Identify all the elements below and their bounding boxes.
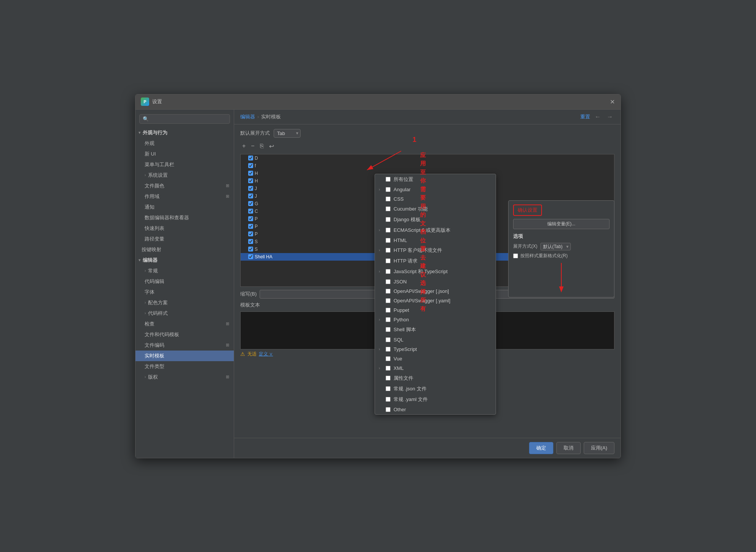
dropdown-checkbox-http-client[interactable] xyxy=(386,248,391,253)
define-link[interactable]: 定义 ∨ xyxy=(259,351,273,357)
dropdown-item-ecmascript[interactable]: › ECMAScript 6 或更高版本 xyxy=(375,225,496,236)
template-checkbox-10[interactable] xyxy=(248,224,253,229)
dropdown-checkbox-shell[interactable] xyxy=(386,327,391,332)
dropdown-checkbox-yaml-regular[interactable] xyxy=(386,397,391,402)
dropdown-item-openapi-json[interactable]: OpenAPI/Swagger [.json] xyxy=(375,286,496,296)
dropdown-item-sql[interactable]: SQL xyxy=(375,335,496,344)
dropdown-item-typescript[interactable]: › TypeScript xyxy=(375,344,496,354)
undo-template-button[interactable]: ↩ xyxy=(267,142,276,151)
dropdown-checkbox-vue[interactable] xyxy=(386,356,391,361)
dropdown-checkbox-cucumber[interactable] xyxy=(386,206,391,211)
dropdown-checkbox-django[interactable] xyxy=(386,217,391,222)
dropdown-item-http-request[interactable]: HTTP 请求 xyxy=(375,256,496,266)
reset-link[interactable]: 重置 xyxy=(580,113,590,120)
default-expand-select[interactable]: Tab Enter Space xyxy=(274,129,301,138)
dropdown-checkbox-json-regular[interactable] xyxy=(386,386,391,391)
dropdown-item-all[interactable]: 所有位置 xyxy=(375,174,496,185)
dropdown-item-openapi-yaml[interactable]: OpenAPI/Swagger [.yaml] xyxy=(375,296,496,305)
edit-variables-button[interactable]: 编辑变量(E)... xyxy=(513,219,610,229)
sidebar-item-code-style[interactable]: › 代码样式 xyxy=(135,308,234,319)
sidebar-item-notifications[interactable]: 通知 xyxy=(135,202,234,212)
sidebar-item-font[interactable]: 字体 xyxy=(135,287,234,297)
apply-button[interactable]: 应用(A) xyxy=(584,442,614,454)
dropdown-item-html[interactable]: HTML xyxy=(375,236,496,245)
sidebar-item-inspection[interactable]: 检查 ⊞ xyxy=(135,319,234,329)
dropdown-item-http-client[interactable]: › HTTP 客户端环境文件 xyxy=(375,245,496,256)
dropdown-item-cucumber[interactable]: Cucumber 功能 xyxy=(375,204,496,214)
dropdown-checkbox-angular[interactable] xyxy=(386,187,391,192)
template-row-2[interactable]: f xyxy=(241,162,614,170)
sidebar-item-general[interactable]: › 常规 xyxy=(135,266,234,276)
sidebar-item-appearance[interactable]: 外观 xyxy=(135,138,234,149)
cancel-button[interactable]: 取消 xyxy=(556,442,581,454)
dropdown-item-django[interactable]: Django 模板 xyxy=(375,214,496,225)
sidebar-item-scope[interactable]: 作用域 ⊞ xyxy=(135,191,234,202)
sidebar-item-copyright[interactable]: › 版权 ⊞ xyxy=(135,372,234,382)
template-checkbox-8[interactable] xyxy=(248,209,253,214)
template-checkbox-3[interactable] xyxy=(248,171,253,176)
sidebar-item-path-variables[interactable]: 路径变量 xyxy=(135,234,234,244)
default-expand-select-wrapper[interactable]: Tab Enter Space xyxy=(274,129,301,138)
close-button[interactable]: ✕ xyxy=(609,99,615,105)
dropdown-checkbox-js-ts[interactable] xyxy=(386,269,391,274)
dropdown-checkbox-openapi-json[interactable] xyxy=(386,289,391,294)
sidebar-item-keymap[interactable]: 按键映射 xyxy=(135,244,234,255)
template-row-1[interactable]: D xyxy=(241,154,614,162)
sidebar-item-editor-group[interactable]: ▾ 编辑器 xyxy=(135,255,234,266)
template-checkbox-11[interactable] xyxy=(248,231,253,236)
copy-template-button[interactable]: ⎘ xyxy=(258,142,266,151)
dropdown-checkbox-properties[interactable] xyxy=(386,376,391,381)
dropdown-checkbox-json[interactable] xyxy=(386,279,391,284)
dropdown-item-json-regular[interactable]: 常规 .json 文件 xyxy=(375,384,496,394)
back-button[interactable]: ← xyxy=(593,113,602,120)
dropdown-checkbox-puppet[interactable] xyxy=(386,308,391,313)
dropdown-checkbox-xml[interactable] xyxy=(386,366,391,371)
sidebar-item-data-editor[interactable]: 数据编辑器和查看器 xyxy=(135,212,234,223)
sidebar-item-file-encoding[interactable]: 文件编码 ⊞ xyxy=(135,340,234,351)
template-checkbox-13[interactable] xyxy=(248,247,253,252)
dropdown-item-json[interactable]: JSON xyxy=(375,277,496,286)
dropdown-checkbox-html[interactable] xyxy=(386,238,391,243)
search-box[interactable]: 🔍 xyxy=(139,114,230,124)
add-template-button[interactable]: + xyxy=(240,142,247,151)
dropdown-checkbox-typescript[interactable] xyxy=(386,347,391,352)
sidebar-item-live-templates[interactable]: 实时模板 xyxy=(135,351,234,361)
sidebar-item-system-settings[interactable]: › 系统设置 xyxy=(135,170,234,181)
dropdown-item-vue[interactable]: Vue xyxy=(375,354,496,363)
dropdown-item-xml[interactable]: › XML xyxy=(375,363,496,373)
dropdown-item-puppet[interactable]: Puppet xyxy=(375,305,496,315)
expand-mode-select[interactable]: 默认(Tab) xyxy=(540,243,571,250)
template-checkbox-5[interactable] xyxy=(248,186,253,191)
dropdown-item-properties[interactable]: 属性文件 xyxy=(375,373,496,384)
search-input[interactable] xyxy=(151,116,227,122)
sidebar-item-file-code-templates[interactable]: 文件和代码模板 xyxy=(135,329,234,340)
reformat-checkbox[interactable] xyxy=(513,253,518,258)
template-checkbox-9[interactable] xyxy=(248,216,253,221)
sidebar-item-code-edit[interactable]: 代码编辑 xyxy=(135,276,234,287)
ok-button[interactable]: 确定 xyxy=(529,442,553,454)
sidebar-item-new-ui[interactable]: 新 UI xyxy=(135,149,234,159)
template-checkbox-2[interactable] xyxy=(248,163,253,168)
template-checkbox-1[interactable] xyxy=(248,156,253,160)
dropdown-checkbox-sql[interactable] xyxy=(386,337,391,342)
sidebar-item-appearance-behavior[interactable]: ▾ 外观与行为 xyxy=(135,127,234,138)
dropdown-checkbox-python[interactable] xyxy=(386,317,391,322)
dropdown-item-yaml-regular[interactable]: 常规 .yaml 文件 xyxy=(375,394,496,405)
template-checkbox-shell-ha[interactable] xyxy=(248,254,253,259)
template-checkbox-12[interactable] xyxy=(248,239,253,244)
sidebar-item-menu-toolbar[interactable]: 菜单与工具栏 xyxy=(135,159,234,170)
dropdown-item-shell[interactable]: Shell 脚本 xyxy=(375,324,496,335)
template-checkbox-7[interactable] xyxy=(248,201,253,206)
sidebar-item-color-scheme[interactable]: › 配色方案 xyxy=(135,297,234,308)
dropdown-item-other[interactable]: Other xyxy=(375,405,496,414)
dropdown-checkbox-openapi-yaml[interactable] xyxy=(386,298,391,303)
template-checkbox-6[interactable] xyxy=(248,193,253,198)
forward-button[interactable]: → xyxy=(605,113,614,120)
dropdown-checkbox-ecmascript[interactable] xyxy=(386,228,391,233)
dropdown-item-js-ts[interactable]: › JavaScript 和 TypeScript xyxy=(375,266,496,277)
dropdown-item-python[interactable]: › Python xyxy=(375,315,496,324)
dropdown-checkbox-other[interactable] xyxy=(386,407,391,412)
breadcrumb-parent[interactable]: 编辑器 xyxy=(240,113,255,120)
dropdown-item-css[interactable]: CSS xyxy=(375,194,496,204)
remove-template-button[interactable]: − xyxy=(249,142,256,151)
